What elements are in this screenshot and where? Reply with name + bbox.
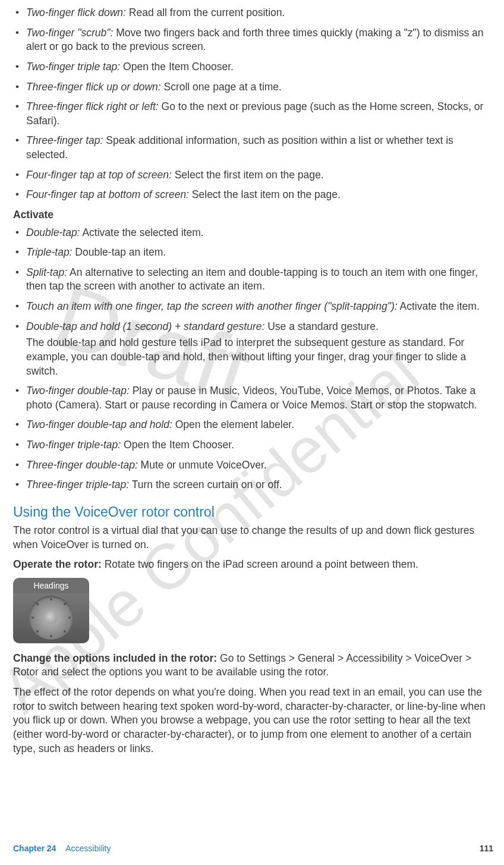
rotor-operate: Operate the rotor: Rotate two fingers on… <box>13 558 494 572</box>
gesture-desc: Mute or unmute VoiceOver. <box>138 459 267 471</box>
gesture-term: Double-tap: <box>26 227 80 238</box>
gesture-term: Four-finger tap at bottom of screen: <box>26 188 189 200</box>
rotor-figure-label: Headings <box>13 578 89 593</box>
rotor-effect: The effect of the rotor depends on what … <box>13 685 494 756</box>
page: Draft Apple Confidential Two-finger flic… <box>0 0 504 865</box>
gesture-desc: Select the first item on the page. <box>172 169 324 181</box>
gesture-desc: Activate the item. <box>398 300 480 312</box>
gesture-term: Two-finger double-tap and hold: <box>26 419 172 430</box>
gesture-term: Three-finger triple-tap: <box>26 479 129 490</box>
gesture-term: Split-tap: <box>26 266 67 278</box>
gesture-term: Three-finger double-tap: <box>26 459 138 471</box>
list-item: Double-tap and hold (1 second) + standar… <box>13 320 494 379</box>
rotor-section-heading: Using the VoiceOver rotor control <box>13 503 494 521</box>
list-item: Two-finger "scrub": Move two fingers bac… <box>13 26 494 54</box>
rotor-figure: Headings <box>13 578 89 643</box>
gesture-desc: Double-tap an item. <box>72 246 166 258</box>
list-item: Two-finger triple tap: Open the Item Cho… <box>13 60 494 74</box>
nav-gestures-list: Two-finger flick down: Read all from the… <box>13 6 494 202</box>
chapter-label: Chapter 24 <box>13 844 56 853</box>
rotor-change-options: Change the options included in the rotor… <box>13 652 494 680</box>
gesture-desc: Activate the selected item. <box>80 227 203 238</box>
footer-left: Chapter 24 Accessibility <box>13 843 111 854</box>
list-item: Triple-tap: Double-tap an item. <box>13 246 494 260</box>
gesture-term: Two-finger "scrub": <box>26 27 113 39</box>
operate-desc: Rotate two fingers on the iPad screen ar… <box>102 558 418 570</box>
change-label: Change the options included in the rotor… <box>13 652 217 664</box>
list-item: Split-tap: An alternative to selecting a… <box>13 266 494 294</box>
gesture-term: Four-finger tap at top of screen: <box>26 169 172 181</box>
list-item: Four-finger tap at bottom of screen: Sel… <box>13 188 494 202</box>
gesture-desc: Open the Item Chooser. <box>121 439 234 451</box>
gesture-extra: The double-tap and hold gesture tells iP… <box>26 336 494 378</box>
gesture-term: Double-tap and hold (1 second) + standar… <box>26 320 264 332</box>
gesture-term: Two-finger flick down: <box>26 7 126 18</box>
operate-label: Operate the rotor: <box>13 558 102 570</box>
page-footer: Chapter 24 Accessibility 111 <box>13 843 493 854</box>
gesture-desc: Open the Item Chooser. <box>120 61 234 73</box>
gesture-desc: An alternative to selecting an item and … <box>26 266 478 292</box>
list-item: Three-finger triple-tap: Turn the screen… <box>13 478 494 492</box>
activate-heading: Activate <box>13 208 494 222</box>
gesture-term: Three-finger flick up or down: <box>26 81 161 93</box>
gesture-term: Two-finger triple-tap: <box>26 439 121 451</box>
list-item: Two-finger triple-tap: Open the Item Cho… <box>13 438 494 452</box>
list-item: Three-finger tap: Speak additional infor… <box>13 134 494 162</box>
page-number: 111 <box>480 843 493 854</box>
gesture-desc: Select the last item on the page. <box>189 188 341 200</box>
gesture-term: Two-finger triple tap: <box>26 61 120 73</box>
list-item: Three-finger flick right or left: Go to … <box>13 100 494 128</box>
gesture-term: Touch an item with one finger, tap the s… <box>26 300 398 312</box>
gesture-desc: Use a standard gesture. <box>264 320 379 332</box>
rotor-intro: The rotor control is a virtual dial that… <box>13 524 494 552</box>
gesture-desc: Scroll one page at a time. <box>161 81 282 93</box>
list-item: Four-finger tap at top of screen: Select… <box>13 168 494 183</box>
gesture-term: Two-finger double-tap: <box>26 385 130 397</box>
list-item: Three-finger double-tap: Mute or unmute … <box>13 458 494 473</box>
list-item: Double-tap: Activate the selected item. <box>13 226 494 240</box>
gesture-term: Three-finger flick right or left: <box>26 100 159 112</box>
gesture-term: Triple-tap: <box>26 246 72 258</box>
gesture-term: Three-finger tap: <box>26 134 103 146</box>
rotor-dial-icon <box>29 596 73 640</box>
list-item: Two-finger double-tap and hold: Open the… <box>13 418 494 432</box>
gesture-desc: Read all from the current position. <box>126 7 285 18</box>
content: Two-finger flick down: Read all from the… <box>13 6 494 756</box>
activate-gestures-list: Double-tap: Activate the selected item. … <box>13 226 494 492</box>
gesture-desc: Turn the screen curtain on or off. <box>129 479 282 490</box>
list-item: Three-finger flick up or down: Scroll on… <box>13 80 494 95</box>
gesture-desc: Open the element labeler. <box>172 419 294 430</box>
chapter-title: Accessibility <box>65 844 111 853</box>
list-item: Touch an item with one finger, tap the s… <box>13 300 494 314</box>
list-item: Two-finger double-tap: Play or pause in … <box>13 384 494 412</box>
list-item: Two-finger flick down: Read all from the… <box>13 6 494 20</box>
